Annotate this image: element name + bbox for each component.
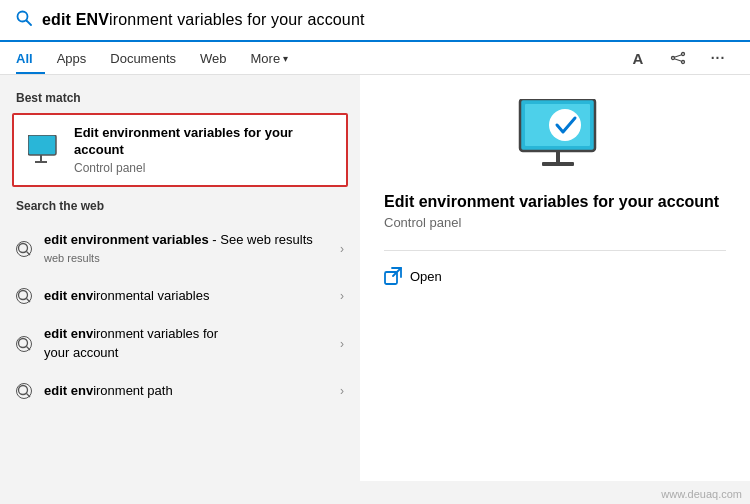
best-match-title: Edit environment variables for your acco… (74, 125, 334, 159)
a-icon-button[interactable]: A (622, 42, 654, 74)
web-result-2-text: edit environmental variables (44, 287, 328, 305)
tab-all[interactable]: All (16, 43, 45, 74)
left-panel: Best match Edit environment variables fo… (0, 75, 360, 481)
svg-rect-21 (556, 151, 560, 163)
watermark: www.deuaq.com (661, 488, 742, 500)
web-result-4-text: edit environment path (44, 382, 328, 400)
chevron-down-icon: ▾ (283, 53, 288, 64)
right-panel: Edit environment variables for your acco… (360, 75, 750, 481)
svg-point-10 (19, 243, 28, 252)
svg-point-14 (19, 338, 28, 347)
svg-line-5 (674, 55, 681, 57)
main-content: Best match Edit environment variables fo… (0, 75, 750, 481)
svg-line-6 (674, 59, 681, 61)
svg-point-20 (549, 109, 581, 141)
svg-line-13 (27, 299, 31, 303)
best-match-item[interactable]: Edit environment variables for your acco… (12, 113, 348, 187)
chevron-right-icon-2: › (340, 289, 344, 303)
tab-more[interactable]: More ▾ (239, 43, 301, 74)
tab-documents[interactable]: Documents (98, 43, 188, 74)
right-panel-subtitle: Control panel (384, 215, 461, 230)
tabs-bar: All Apps Documents Web More ▾ A ··· (0, 42, 750, 74)
right-panel-title: Edit environment variables for your acco… (384, 193, 719, 211)
svg-point-12 (19, 291, 28, 300)
tab-more-label: More (251, 51, 281, 66)
tab-action-icons: A ··· (622, 42, 734, 74)
web-search-icon-1 (16, 241, 32, 257)
divider (384, 250, 726, 251)
search-bar[interactable]: edit ENVironment variables for your acco… (0, 0, 750, 42)
svg-line-17 (27, 393, 31, 397)
web-result-1-text: edit environment variables - See web res… (44, 231, 328, 267)
more-options-button[interactable]: ··· (702, 42, 734, 74)
svg-rect-7 (28, 135, 56, 155)
svg-point-4 (682, 61, 685, 64)
search-input-display: edit ENVironment variables for your acco… (42, 11, 734, 29)
svg-line-15 (27, 346, 31, 350)
chevron-right-icon-4: › (340, 384, 344, 398)
web-result-3[interactable]: edit environment variables for your acco… (0, 315, 360, 371)
tab-web[interactable]: Web (188, 43, 239, 74)
tab-apps[interactable]: Apps (45, 43, 99, 74)
web-result-4[interactable]: edit environment path › (0, 372, 360, 410)
search-typed: edit ENV (42, 11, 109, 28)
best-match-text: Edit environment variables for your acco… (74, 125, 334, 175)
search-remaining: ironment variables for your account (109, 11, 365, 28)
web-result-2[interactable]: edit environmental variables › (0, 277, 360, 315)
svg-rect-9 (35, 161, 47, 163)
open-label: Open (410, 269, 442, 284)
web-search-icon-4 (16, 383, 32, 399)
chevron-right-icon-3: › (340, 337, 344, 351)
svg-rect-8 (40, 155, 42, 161)
svg-point-2 (672, 57, 675, 60)
right-panel-icon (515, 99, 595, 169)
search-icon (16, 10, 32, 30)
open-button[interactable]: Open (384, 267, 442, 285)
chevron-right-icon-1: › (340, 242, 344, 256)
open-external-icon (384, 267, 402, 285)
web-search-icon-3 (16, 336, 32, 352)
search-web-section: Search the web edit environment variable… (0, 199, 360, 410)
search-web-label: Search the web (0, 199, 360, 221)
web-result-1[interactable]: edit environment variables - See web res… (0, 221, 360, 277)
svg-point-16 (19, 385, 28, 394)
search-container: edit ENVironment variables for your acco… (0, 0, 750, 75)
svg-line-1 (27, 21, 32, 26)
svg-rect-22 (542, 162, 574, 166)
best-match-icon (26, 132, 62, 168)
svg-line-11 (27, 251, 31, 255)
share-icon-button[interactable] (662, 42, 694, 74)
best-match-subtitle: Control panel (74, 161, 334, 175)
best-match-label: Best match (0, 91, 360, 113)
web-search-icon-2 (16, 288, 32, 304)
svg-point-3 (682, 53, 685, 56)
web-result-3-text: edit environment variables for your acco… (44, 325, 328, 361)
